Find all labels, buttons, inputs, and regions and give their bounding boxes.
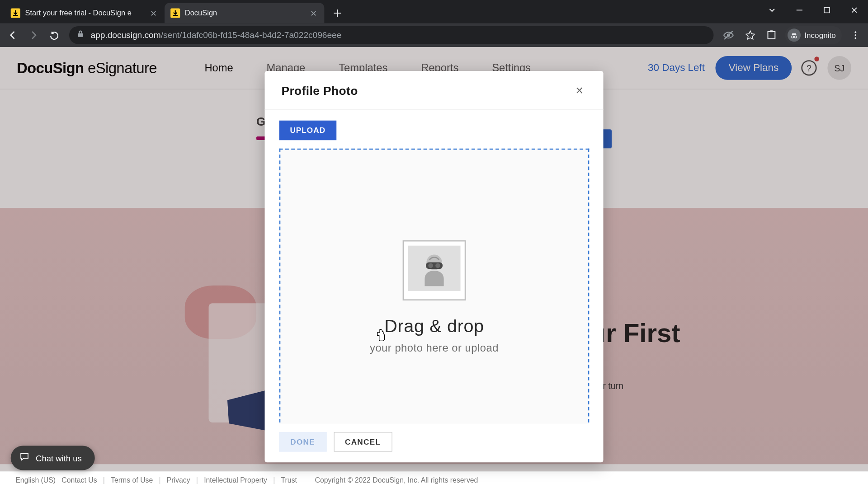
star-icon[interactable]	[742, 29, 758, 41]
download-icon	[11, 8, 20, 18]
window-close-icon[interactable]	[840, 0, 868, 20]
tab-title: DocuSign	[185, 9, 309, 17]
url-text: app.docusign.com/sent/1dafc06b-fd15-48a4…	[90, 30, 341, 40]
svg-point-9	[854, 38, 856, 39]
svg-point-12	[428, 263, 433, 268]
browser-tab-2[interactable]: DocuSign ✕	[165, 3, 324, 23]
svg-rect-1	[78, 33, 83, 37]
download-icon	[170, 8, 180, 18]
address-bar[interactable]: app.docusign.com/sent/1dafc06b-fd15-48a4…	[69, 26, 714, 44]
incognito-badge[interactable]: Incognito	[785, 26, 842, 44]
svg-point-13	[435, 263, 440, 268]
incognito-label: Incognito	[804, 31, 836, 40]
svg-rect-3	[768, 32, 775, 39]
svg-rect-4	[770, 30, 773, 32]
forward-icon	[25, 27, 42, 43]
incognito-icon	[788, 28, 801, 42]
svg-point-7	[854, 31, 856, 33]
cancel-button[interactable]: CANCEL	[334, 432, 392, 452]
reload-icon[interactable]	[45, 27, 62, 43]
back-icon[interactable]	[5, 27, 22, 43]
person-icon	[408, 245, 460, 291]
new-tab-button[interactable]	[329, 5, 346, 22]
svg-point-6	[795, 36, 797, 38]
profile-photo-modal: Profile Photo × UPLOAD	[265, 71, 604, 462]
browser-tab-1[interactable]: Start your free trial - DocuSign e ✕	[5, 3, 165, 23]
address-bar-row: app.docusign.com/sent/1dafc06b-fd15-48a4…	[0, 23, 868, 47]
upload-button[interactable]: UPLOAD	[279, 120, 336, 140]
window-controls	[758, 0, 868, 20]
photo-placeholder-frame	[402, 240, 466, 300]
modal-title: Profile Photo	[281, 84, 358, 97]
dropzone[interactable]: Drag & drop your photo here or upload	[279, 148, 589, 423]
close-icon[interactable]: ✕	[309, 8, 318, 18]
modal-backdrop[interactable]: Profile Photo × UPLOAD	[0, 47, 868, 488]
maximize-icon[interactable]	[813, 0, 841, 20]
done-button[interactable]: DONE	[279, 432, 326, 452]
modal-footer: DONE CANCEL	[265, 424, 604, 463]
eye-off-icon[interactable]	[721, 29, 736, 41]
dropzone-title: Drag & drop	[384, 316, 484, 336]
modal-header: Profile Photo ×	[265, 71, 604, 110]
close-icon[interactable]: ×	[572, 83, 587, 98]
svg-rect-0	[824, 7, 830, 13]
kebab-menu-icon[interactable]	[848, 30, 863, 40]
tabs-dropdown-icon[interactable]	[758, 0, 786, 20]
extensions-icon[interactable]	[764, 30, 779, 41]
tab-strip: Start your free trial - DocuSign e ✕ Doc…	[0, 0, 868, 23]
svg-point-5	[792, 36, 794, 38]
dropzone-subtitle: your photo here or upload	[369, 342, 498, 355]
svg-point-8	[854, 34, 856, 36]
page: DocuSign eSignature Home Manage Template…	[0, 47, 868, 488]
lock-icon	[76, 30, 85, 41]
tab-title: Start your free trial - DocuSign e	[25, 9, 149, 17]
modal-body[interactable]: UPLOAD	[265, 110, 604, 424]
browser-chrome: Start your free trial - DocuSign e ✕ Doc…	[0, 0, 868, 47]
close-icon[interactable]: ✕	[149, 8, 159, 18]
minimize-icon[interactable]	[786, 0, 813, 20]
